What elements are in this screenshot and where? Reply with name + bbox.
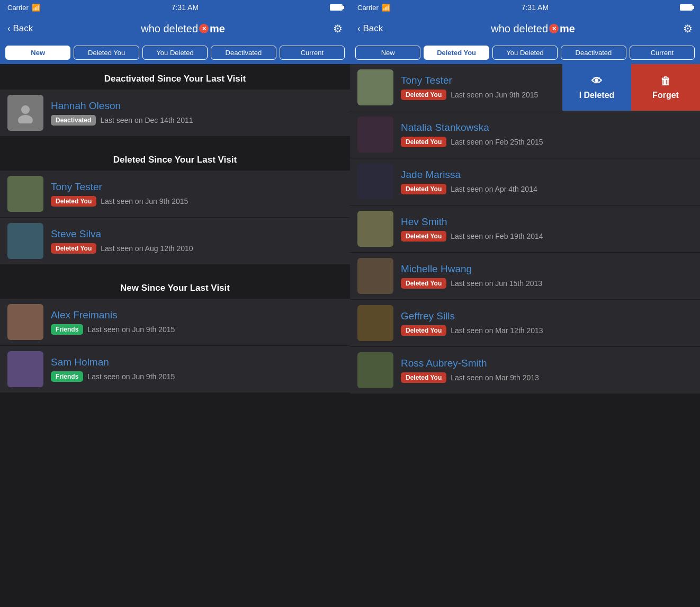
person-icon-hannah [15,102,36,123]
avatar-alex [7,304,43,340]
list-item-natalia[interactable]: Natalia Stankowska Deleted You Last seen… [350,111,700,158]
list-item-jade[interactable]: Jade Marissa Deleted You Last seen on Ap… [350,158,700,205]
left-tab-new[interactable]: New [5,46,70,60]
avatar-jade [357,164,393,200]
left-status-time: 7:31 AM [172,3,199,12]
right-back-button[interactable]: ‹ Back [357,23,383,34]
right-title-me: me [560,23,575,35]
list-item-michelle[interactable]: Michelle Hwang Deleted You Last seen on … [350,253,700,299]
name-natalia: Natalia Stankowska [401,122,543,133]
badge-hannah: Deactivated [51,115,96,126]
badge-ross: Deleted You [401,372,446,383]
info-jade: Jade Marissa Deleted You Last seen on Ap… [401,169,537,194]
meta-natalia: Deleted You Last seen on Feb 25th 2015 [401,137,543,147]
meta-geffrey: Deleted You Last seen on Mar 12th 2013 [401,325,543,336]
left-battery-icon [330,4,343,11]
avatar-ross [357,352,393,388]
right-tab-current[interactable]: Current [630,46,695,60]
list-item-ross[interactable]: Ross Aubrey-Smith Deleted You Last seen … [350,347,700,394]
left-section-deleted-header: Deleted Since Your Last Visit [0,145,350,171]
badge-alex: Friends [51,324,83,335]
list-item-tony-left[interactable]: Tony Tester Deleted You Last seen on Jun… [0,171,350,217]
forget-label: Forget [652,91,679,100]
info-geffrey: Geffrey Sills Deleted You Last seen on M… [401,310,543,336]
badge-geffrey: Deleted You [401,325,446,336]
right-title-who: who deleted [491,23,548,35]
left-section-new-header: New Since Your Last Visit [0,273,350,299]
svg-point-0 [21,105,30,114]
badge-hev: Deleted You [401,231,446,242]
right-status-left: Carrier 📶 [357,4,390,12]
list-item-alex[interactable]: Alex Freimanis Friends Last seen on Jun … [0,299,350,345]
meta-hannah: Deactivated Last seen on Dec 14th 2011 [51,115,193,126]
list-item-steve[interactable]: Steve Silva Deleted You Last seen on Aug… [0,218,350,264]
trash-icon: 🗑 [660,75,671,87]
right-tab-bar: New Deleted You You Deleted Deactivated … [350,42,700,64]
i-deleted-label: I Deleted [579,91,615,100]
name-hannah: Hannah Oleson [51,100,193,112]
name-ross: Ross Aubrey-Smith [401,358,539,369]
left-tab-deactivated[interactable]: Deactivated [211,46,276,60]
left-tab-deleted-you[interactable]: Deleted You [74,46,139,60]
forget-button[interactable]: 🗑 Forget [631,64,700,111]
name-hev: Hev Smith [401,216,543,228]
list-item-hev[interactable]: Hev Smith Deleted You Last seen on Feb 1… [350,206,700,252]
date-michelle: Last seen on Jun 15th 2013 [451,279,542,288]
right-battery-icon [680,4,693,11]
right-tab-you-deleted[interactable]: You Deleted [492,46,558,60]
info-hannah: Hannah Oleson Deactivated Last seen on D… [51,100,193,126]
list-item-hannah[interactable]: Hannah Oleson Deactivated Last seen on D… [0,90,350,136]
badge-steve: Deleted You [51,243,96,254]
right-tab-new[interactable]: New [355,46,420,60]
date-steve: Last seen on Aug 12th 2010 [101,244,193,253]
left-status-bar: Carrier 📶 7:31 AM [0,0,350,15]
avatar-geffrey [357,305,393,341]
date-sam: Last seen on Jun 9th 2015 [87,372,175,381]
badge-tony-right: Deleted You [401,90,446,100]
left-divider-2 [0,265,350,273]
badge-michelle: Deleted You [401,278,446,289]
i-deleted-button[interactable]: 👁 I Deleted [562,64,631,111]
info-steve: Steve Silva Deleted You Last seen on Aug… [51,228,193,254]
badge-tony-left: Deleted You [51,196,96,207]
right-title-x: ✕ [549,24,559,33]
info-tony-left: Tony Tester Deleted You Last seen on Jun… [51,181,188,207]
date-ross: Last seen on Mar 9th 2013 [451,373,539,382]
name-michelle: Michelle Hwang [401,263,542,275]
right-gear-icon[interactable]: ⚙ [683,22,693,35]
left-status-left: Carrier 📶 [7,4,40,12]
list-item-tony-right[interactable]: Tony Tester Deleted You Last seen on Jun… [350,64,700,111]
right-status-bar: Carrier 📶 7:31 AM [350,0,700,15]
left-title-x: ✕ [199,24,209,33]
right-tab-deactivated[interactable]: Deactivated [561,46,626,60]
info-michelle: Michelle Hwang Deleted You Last seen on … [401,263,542,289]
right-phone: Carrier 📶 7:31 AM ‹ Back who deleted ✕ m… [350,0,700,607]
name-geffrey: Geffrey Sills [401,310,543,322]
left-gear-icon[interactable]: ⚙ [333,22,343,35]
avatar-steve [7,223,43,259]
date-hev: Last seen on Feb 19th 2014 [451,232,543,240]
left-tab-you-deleted[interactable]: You Deleted [142,46,208,60]
right-status-time: 7:31 AM [522,3,549,12]
date-tony-right: Last seen on Jun 9th 2015 [451,91,538,99]
info-alex: Alex Freimanis Friends Last seen on Jun … [51,309,175,335]
left-battery-fill [331,5,342,10]
name-steve: Steve Silva [51,228,193,240]
left-tab-current[interactable]: Current [280,46,345,60]
right-carrier: Carrier [357,4,379,12]
left-back-button[interactable]: ‹ Back [7,23,33,34]
badge-natalia: Deleted You [401,137,446,147]
name-tony-left: Tony Tester [51,181,188,193]
list-item-geffrey[interactable]: Geffrey Sills Deleted You Last seen on M… [350,300,700,346]
meta-ross: Deleted You Last seen on Mar 9th 2013 [401,372,539,383]
phones-container: Carrier 📶 7:31 AM ‹ Back who deleted ✕ m… [0,0,700,607]
avatar-placeholder-hannah [7,95,43,131]
left-divider-1 [0,137,350,145]
badge-jade: Deleted You [401,184,446,194]
right-tab-deleted-you[interactable]: Deleted You [424,46,489,60]
name-sam: Sam Holman [51,356,175,368]
meta-steve: Deleted You Last seen on Aug 12th 2010 [51,243,193,254]
left-wifi-icon: 📶 [32,4,40,12]
left-tab-bar: New Deleted You You Deleted Deactivated … [0,42,350,64]
list-item-sam[interactable]: Sam Holman Friends Last seen on Jun 9th … [0,346,350,392]
